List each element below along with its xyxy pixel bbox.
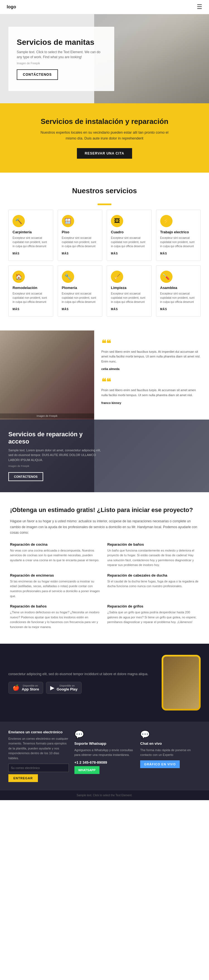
hero-section: Servicios de manitas Sample text. Click …: [0, 14, 209, 103]
plomeria-mas[interactable]: MÁS: [62, 308, 69, 311]
reparacion-title: Servicios de reparación y acceso: [8, 431, 103, 445]
bottom-bar-text: Sample text. Click to select the Text El…: [77, 794, 132, 797]
servicio-plomeria: 🔧 Plomería Excepteur sint occaecat cupid…: [58, 265, 102, 317]
estimado-banos: Reparación de baños Un baño que funciona…: [107, 542, 199, 568]
remodelacion-title: Remodelación: [13, 286, 49, 290]
whatsapp-icon: 💬: [74, 730, 135, 739]
asamblea-icon: 🪛: [160, 270, 172, 283]
carpinteria-title: Carpintería: [13, 230, 49, 234]
footer-email-text: Envíenos un correo electrónico en cualqu…: [8, 737, 69, 761]
testimonials-section: Imagen de Freepik ❝❝ Proin sed libero en…: [0, 331, 209, 420]
estimado-grifos: Reparación de grifos ¿Sabía que un grifo…: [107, 604, 199, 630]
servicio-carpinteria: 🔨 Carpintería Excepteur sint occaecat cu…: [8, 210, 53, 261]
cuadro-mas[interactable]: MÁS: [111, 252, 118, 255]
servicio-piso: 🪟 Piso Excepteur sint occaecat cupidatat…: [58, 210, 102, 261]
reparacion-cta-button[interactable]: CONTÁCTENOS: [8, 472, 43, 481]
servicio-electrico: ⚡ Trabajo electrico Excepteur sint occae…: [156, 210, 201, 261]
footer-email-title: Envíanos un correo electrónico: [8, 730, 69, 734]
whatsapp-button[interactable]: WHATSAPP: [74, 766, 99, 774]
footer: Envíanos un correo electrónico Envíenos …: [0, 722, 209, 791]
testimonials-worker-photo: [0, 331, 94, 420]
apple-small: Disponible en: [22, 684, 39, 687]
estimado-intro: Hágase un favor a su hogar y a usted mis…: [10, 519, 199, 535]
hero-subtitle: Sample text. Click to select the Text El…: [17, 49, 106, 60]
testimonials-img-credit: Imagen de Freepik: [0, 414, 94, 418]
app-section: consectetur adipiscing elit, sed do eius…: [0, 644, 209, 722]
apple-icon: 🍎: [13, 684, 19, 691]
estimado-encimeras: Reparación de encimeras Si las encimeras…: [10, 573, 102, 598]
remodelacion-icon: 🏠: [13, 270, 25, 283]
quote-mark-1: ❝❝: [101, 339, 202, 348]
testimonial-2-author: franco kinney: [101, 401, 121, 404]
limpieza-text: Excepteur sint occaecat cupidatat non pr…: [111, 291, 147, 304]
servicio-cuadro: 🖼 Cuadro Excepteur sint occaecat cupidat…: [107, 210, 152, 261]
testimonial-2-text: Proin sed libero enim sed faucibus turpi…: [101, 388, 202, 398]
asamblea-mas[interactable]: MÁS: [160, 308, 167, 311]
google-icon: ▶: [50, 684, 54, 691]
piso-text: Excepteur sint occaecat cupidatat non pr…: [62, 236, 98, 248]
asamblea-title: Asamblea: [160, 286, 197, 290]
servicio-asamblea: 🪛 Asamblea Excepteur sint occaecat cupid…: [156, 265, 201, 317]
estimado-title: ¡Obtenga un estimado gratis! ¿Listo para…: [10, 506, 199, 514]
hero-cta-button[interactable]: CONTÁCTENOS: [17, 69, 58, 80]
google-big: Google Play: [57, 687, 77, 691]
limpieza-mas[interactable]: MÁS: [111, 308, 118, 311]
carpinteria-text: Excepteur sint occaecat cupidatat non pr…: [13, 236, 49, 248]
google-play-button[interactable]: ▶ Disponible en Google Play: [46, 682, 81, 694]
electrico-text: Excepteur sint occaecat cupidatat non pr…: [160, 236, 197, 248]
footer-whatsapp-text: Agréguenos a WhatsApp y envíe consultas …: [74, 748, 135, 757]
piso-mas[interactable]: MÁS: [62, 252, 69, 255]
app-buttons: 🍎 Disponible en App Store ▶ Disponible e…: [8, 682, 156, 694]
instalacion-title: Servicios de instalación y reparación: [11, 117, 198, 126]
estimado-grifos-title: Reparación de grifos: [107, 604, 199, 608]
estimado-banos2-title: Reparación de baños: [10, 604, 102, 608]
estimado-cocina-text: No veas con una cocina anticuada o desco…: [10, 548, 102, 563]
footer-email-input[interactable]: [8, 764, 69, 772]
servicio-limpieza: 🧹 Limpieza Excepteur sint occaecat cupid…: [107, 265, 152, 317]
footer-chat-col: 💬 Chat en vivo The forma más rápida de p…: [140, 730, 201, 782]
limpieza-title: Limpieza: [111, 286, 147, 290]
hero-img-credit: Imagen de Freepik: [17, 62, 106, 65]
servicios-title: Nuestros servicios: [8, 186, 201, 195]
hero-title: Servicios de manitas: [17, 38, 106, 47]
chat-button[interactable]: GRÁFICO EN VIVO: [140, 760, 179, 768]
hamburger-menu-icon[interactable]: ☰: [197, 3, 202, 11]
footer-email-col: Envíanos un correo electrónico Envíenos …: [8, 730, 69, 782]
plomeria-title: Plomería: [62, 286, 98, 290]
electrico-mas[interactable]: MÁS: [160, 252, 167, 255]
footer-email-submit-button[interactable]: ENTREGAR: [8, 774, 38, 782]
piso-icon: 🪟: [62, 215, 74, 227]
quote-mark-2: ❝❝: [101, 377, 202, 386]
app-content: consectetur adipiscing elit, sed do eius…: [8, 671, 156, 694]
estimado-banos2: Reparación de baños ¿Tiene un inodoro de…: [10, 604, 102, 630]
reservar-cita-button[interactable]: RESERVAR UNA CITA: [77, 148, 132, 159]
estimado-grifos-text: ¿Sabía que un grifo que gotea podría des…: [107, 610, 199, 625]
app-phone-mockup: [162, 655, 201, 711]
apple-text: Disponible en App Store: [22, 684, 39, 691]
carpinteria-icon: 🔨: [13, 215, 25, 227]
servicios-grid: 🔨 Carpintería Excepteur sint occaecat cu…: [8, 210, 201, 317]
remodelacion-mas[interactable]: MÁS: [13, 308, 19, 311]
cuadro-icon: 🖼: [111, 215, 123, 227]
estimado-encimeras-text: Si las encimeras de su hogar están comen…: [10, 579, 102, 598]
google-small: Disponible en: [57, 684, 77, 687]
carpinteria-mas[interactable]: MÁS: [13, 252, 19, 255]
estimado-cocina: Reparación de cocina No veas con una coc…: [10, 542, 102, 568]
app-store-button[interactable]: 🍎 Disponible en App Store: [8, 682, 43, 694]
chat-icon: 💬: [140, 730, 201, 739]
servicios-section: Nuestros servicios 🔨 Carpintería Excepte…: [0, 173, 209, 331]
testimonial-1-author: celia almeda: [101, 367, 120, 371]
hero-content-box: Servicios de manitas Sample text. Click …: [8, 27, 114, 91]
instalacion-section: Servicios de instalación y reparación Nu…: [0, 103, 209, 173]
reparacion-img-credit: Imagen de Freepik: [8, 464, 103, 468]
footer-whatsapp-col: 💬 Soporte Whatsapp Agréguenos a WhatsApp…: [74, 730, 135, 782]
cuadro-title: Cuadro: [111, 230, 147, 234]
estimado-cocina-title: Reparación de cocina: [10, 542, 102, 547]
bottom-bar: Sample text. Click to select the Text El…: [0, 791, 209, 800]
estimado-banos2-text: ¿Tiene un inodoro defectuoso en su hogar…: [10, 610, 102, 630]
reparacion-subtitle: Sample text. Lorem ipsum dolor sit amet,…: [8, 448, 103, 463]
electrico-title: Trabajo electrico: [160, 230, 197, 234]
footer-phone: +1 2 345-678-89089: [74, 760, 135, 765]
asamblea-text: Excepteur sint occaecat cupidatat non pr…: [160, 291, 197, 304]
app-description: consectetur adipiscing elit, sed do eius…: [8, 671, 156, 677]
